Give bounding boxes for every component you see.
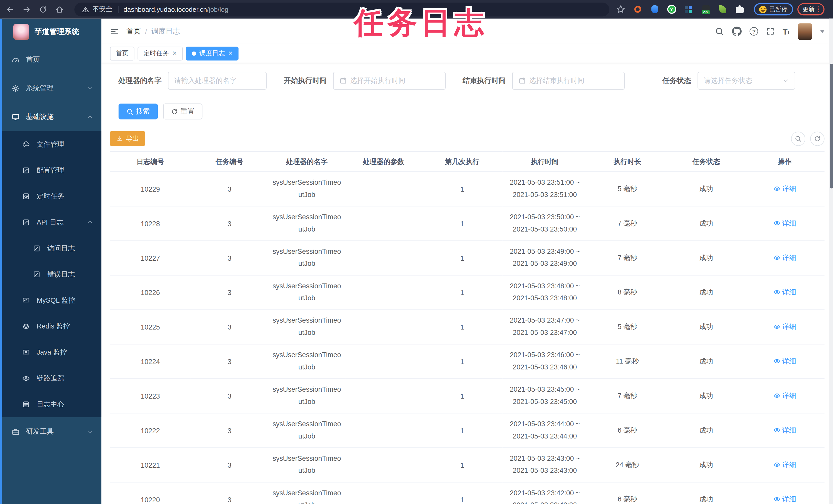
detail-link[interactable]: 详细 [774,391,796,400]
cell-param [345,482,422,504]
sidebar-item-home[interactable]: 首页 [0,45,101,74]
sidebar-item-infrastructure[interactable]: 基础设施 [0,102,101,131]
url-path[interactable]: /job/log [207,6,229,13]
forward-icon[interactable] [20,2,33,16]
extension-on-badge-icon[interactable]: on [698,2,712,16]
extension-blue-icon[interactable] [648,2,662,16]
cell-duration: 24 毫秒 [587,448,668,482]
sidebar-item-access-logs[interactable]: 访问日志 [0,235,101,261]
cell-log-id: 10224 [110,344,191,379]
extension-grid-icon[interactable] [682,2,695,16]
column-header: 任务状态 [668,151,745,172]
extension-green-y-icon[interactable]: Y [665,2,678,16]
timer-icon [22,192,30,200]
sidebar-item-config-mgmt[interactable]: 配置管理 [0,157,101,183]
export-button[interactable]: 导出 [110,131,145,146]
close-icon[interactable]: ✕ [228,50,233,57]
search-icon[interactable] [715,27,724,36]
cell-job-id: 3 [191,206,268,241]
cell-handler: sysUserSessionTimeoutJob [268,206,346,241]
chevron-up-icon [87,114,93,120]
tab-bar: 首页 定时任务✕ 调度日志✕ [101,44,833,63]
search-button[interactable]: 搜索 [119,104,158,120]
extension-leaf-icon[interactable] [715,2,729,16]
sidebar-item-java-monitor[interactable]: Java 监控 [0,339,101,366]
cell-log-id: 10223 [110,379,191,413]
bookmark-star-icon[interactable] [614,2,627,16]
cell-actions: 详细 [745,172,825,206]
browser-menu-icon[interactable] [818,6,819,12]
extension-orange-icon[interactable] [631,2,645,16]
detail-link[interactable]: 详细 [774,322,796,332]
fullscreen-icon[interactable] [766,27,775,35]
breadcrumb-home[interactable]: 首页 [126,27,141,36]
user-avatar[interactable] [798,23,812,40]
tab-scheduled-jobs[interactable]: 定时任务✕ [138,47,183,60]
insecure-label[interactable]: 不安全 [92,5,113,14]
sidebar-item-file-mgmt[interactable]: 文件管理 [0,131,101,157]
job-status-select[interactable]: 请选择任务状态 [697,72,795,90]
detail-link[interactable]: 详细 [774,357,796,366]
end-time-input[interactable]: 选择结束执行时间 [512,72,625,90]
sidebar-item-scheduled-jobs[interactable]: 定时任务 [0,183,101,209]
profile-paused-badge[interactable]: 已暂停 [754,3,793,15]
app-logo[interactable]: 芋道管理系统 [0,19,101,45]
help-icon[interactable]: ? [750,27,758,35]
update-label: 更新 [803,5,815,13]
extension-puzzle-icon[interactable] [733,2,746,16]
sidebar-item-dev-tools[interactable]: 研发工具 [0,417,101,446]
cell-job-id: 3 [191,275,268,310]
scrollbar-thumb[interactable] [830,64,833,188]
detail-link[interactable]: 详细 [774,460,796,470]
close-icon[interactable]: ✕ [172,50,177,57]
reset-button[interactable]: 重置 [163,104,203,120]
sidebar-item-log-center[interactable]: 日志中心 [0,391,101,417]
detail-link[interactable]: 详细 [774,184,796,194]
address-bar[interactable]: 不安全 dashboard.yudao.iocoder.cn/job/log [74,2,609,16]
cell-duration: 7 毫秒 [587,206,668,241]
cell-log-id: 10225 [110,310,191,344]
cell-actions: 详细 [745,241,825,275]
begin-time-input[interactable]: 选择开始执行时间 [333,72,446,90]
home-icon[interactable] [52,2,66,16]
tab-home[interactable]: 首页 [110,47,134,60]
collapse-sidebar-icon[interactable] [110,27,119,36]
font-size-icon[interactable]: TT [783,28,790,35]
sidebar-item-system-mgmt[interactable]: 系统管理 [0,74,101,102]
browser-update-button[interactable]: 更新 [797,3,825,15]
page-scrollbar[interactable] [829,19,833,504]
cell-times: 1 [422,344,502,379]
github-icon[interactable] [732,27,742,36]
sidebar-item-trace[interactable]: 链路追踪 [0,365,101,391]
sidebar-item-mysql-monitor[interactable]: MySQL 监控 [0,287,101,313]
cell-param [345,448,422,482]
cell-handler: sysUserSessionTimeoutJob [268,275,346,310]
cell-job-id: 3 [191,344,268,379]
sidebar-item-api-logs[interactable]: API 日志 [0,209,101,235]
tab-job-log[interactable]: 调度日志✕ [186,47,239,60]
user-menu-caret-icon[interactable] [820,30,825,32]
cell-param [345,172,422,206]
reload-icon[interactable] [36,2,50,16]
toggle-search-icon[interactable] [791,131,805,146]
sidebar-item-error-logs[interactable]: 错误日志 [0,261,101,287]
table-toolbar: 导出 [110,131,824,146]
detail-link[interactable]: 详细 [774,253,796,262]
detail-link[interactable]: 详细 [774,287,796,297]
column-header: 处理器的名字 [268,151,346,172]
cell-actions: 详细 [745,275,825,310]
url-host[interactable]: dashboard.yudao.iocoder.cn [123,6,207,13]
cell-log-id: 10229 [110,172,191,206]
app-title: 芋道管理系统 [34,27,79,36]
sidebar-submenu-infrastructure: 文件管理 配置管理 定时任务 API 日志 访问日志 [0,131,101,417]
detail-link[interactable]: 详细 [774,425,796,435]
eye-icon [22,374,30,382]
cell-duration: 7 毫秒 [587,241,668,275]
back-icon[interactable] [3,2,17,16]
handler-name-input[interactable]: 请输入处理器的名字 [168,72,267,90]
detail-link[interactable]: 详细 [774,495,796,504]
detail-link[interactable]: 详细 [774,219,796,228]
cell-exec-time: 2021-05-03 23:43:00 ~2021-05-03 23:43:00 [503,448,587,482]
refresh-icon[interactable] [810,131,825,146]
sidebar-item-redis-monitor[interactable]: Redis 监控 [0,313,101,339]
